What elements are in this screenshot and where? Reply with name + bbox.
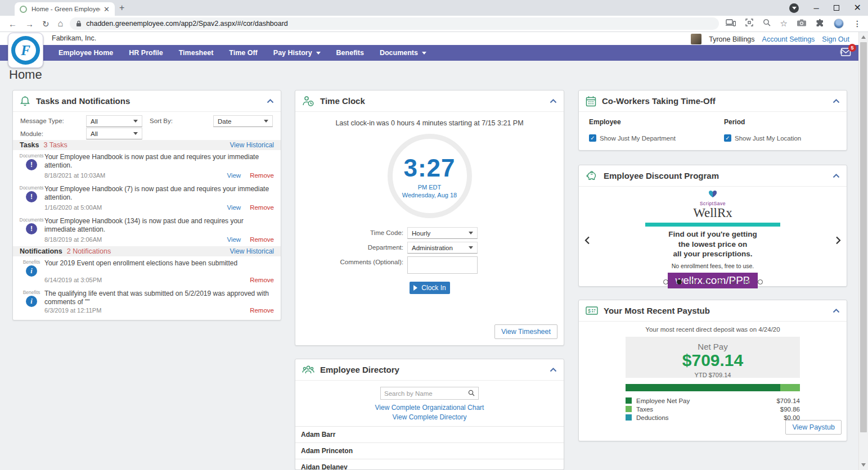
reload-icon[interactable]: ↻: [42, 20, 50, 28]
carousel-dot-active[interactable]: [677, 279, 682, 284]
nav-time-off[interactable]: Time Off: [221, 45, 265, 61]
time-code-dropdown[interactable]: Hourly: [407, 227, 478, 239]
carousel-dot[interactable]: [744, 279, 749, 284]
org-chart-link[interactable]: View Complete Organizational Chart: [295, 404, 564, 412]
view-link[interactable]: View: [227, 236, 241, 243]
window-minimize-button[interactable]: ─: [813, 4, 818, 12]
view-historical-notifications-link[interactable]: View Historical: [230, 247, 274, 255]
collapse-chevron-icon[interactable]: [833, 174, 840, 178]
collapse-chevron-icon[interactable]: [550, 368, 557, 372]
scrollbar-thumb[interactable]: [860, 42, 867, 432]
collapse-chevron-icon[interactable]: [550, 99, 557, 103]
task-date: 8/18/2021 at 10:03AM: [44, 172, 227, 179]
nav-benefits[interactable]: Benefits: [329, 45, 372, 61]
view-link[interactable]: View: [227, 172, 241, 179]
message-type-dropdown[interactable]: All: [86, 115, 142, 127]
directory-row[interactable]: Aidan Delaney: [295, 459, 564, 470]
messages-button[interactable]: 5: [840, 48, 852, 58]
chevron-down-icon: [316, 52, 321, 55]
extensions-puzzle-icon[interactable]: [816, 19, 824, 29]
net-pay-amount: $709.14: [626, 352, 800, 369]
directory-row[interactable]: Adam Princeton: [295, 442, 564, 459]
nav-timesheet[interactable]: Timesheet: [171, 45, 222, 61]
view-historical-tasks-link[interactable]: View Historical: [230, 141, 274, 149]
search-input[interactable]: [384, 390, 468, 397]
browser-tab-bar: Home - Green Employee ✕ + ─ ✕: [0, 0, 868, 16]
remove-link[interactable]: Remove: [250, 204, 274, 211]
lock-icon[interactable]: [76, 20, 82, 27]
account-settings-link[interactable]: Account Settings: [762, 35, 815, 43]
carousel-dot[interactable]: [663, 279, 668, 284]
browser-menu-icon[interactable]: ⋮: [853, 19, 861, 28]
collapse-chevron-icon[interactable]: [833, 309, 840, 313]
comments-input[interactable]: [407, 256, 478, 274]
collapse-chevron-icon[interactable]: [833, 99, 840, 103]
remove-link[interactable]: Remove: [250, 236, 274, 243]
nav-documents[interactable]: Documents: [372, 45, 434, 61]
collapse-chevron-icon[interactable]: [267, 99, 274, 103]
carousel-dot[interactable]: [704, 279, 709, 284]
discount-program-panel: Employee Discount Program ScriptSave Wel…: [578, 165, 847, 287]
company-name: Fabrikam, Inc.: [52, 34, 96, 42]
remove-link[interactable]: Remove: [250, 307, 274, 314]
view-timesheet-button[interactable]: View Timesheet: [494, 324, 557, 339]
department-checkbox[interactable]: ✓: [589, 134, 596, 142]
search-icon[interactable]: [468, 388, 475, 399]
back-icon[interactable]: ←: [8, 20, 17, 28]
apps-grid-icon[interactable]: [745, 19, 753, 29]
carousel-dot[interactable]: [731, 279, 736, 284]
scroll-up-icon[interactable]: [859, 33, 868, 42]
remove-link[interactable]: Remove: [250, 172, 274, 179]
scroll-down-icon[interactable]: [859, 460, 868, 469]
carousel-prev-icon[interactable]: [584, 236, 590, 245]
tab-close-icon[interactable]: ✕: [104, 6, 110, 13]
carousel-next-icon[interactable]: [835, 236, 841, 245]
browser-tab[interactable]: Home - Green Employee ✕: [15, 2, 115, 16]
heart-icon: [579, 190, 847, 200]
remove-link[interactable]: Remove: [250, 277, 274, 283]
window-close-button[interactable]: ✕: [854, 3, 861, 12]
company-logo[interactable]: F: [8, 33, 43, 68]
carousel-dot[interactable]: [717, 279, 722, 284]
carousel-dot[interactable]: [690, 279, 695, 284]
module-dropdown[interactable]: All: [86, 128, 142, 139]
paystub-panel: $ Your Most Recent Paystub Your most rec…: [578, 300, 847, 441]
notification-message: The qualifying life event that was submi…: [44, 290, 274, 306]
nav-hr-profile[interactable]: HR Profile: [121, 45, 170, 61]
coworkers-timeoff-panel: Co-Workers Taking Time-Off Employee ✓ Sh…: [578, 90, 847, 151]
window-menu-icon[interactable]: [789, 3, 799, 13]
user-avatar[interactable]: [691, 34, 701, 44]
new-tab-button[interactable]: +: [119, 3, 124, 13]
home-icon[interactable]: ⌂: [58, 19, 64, 28]
window-restore-button[interactable]: [834, 5, 839, 11]
clock-in-button[interactable]: Clock In: [410, 282, 450, 294]
nav-employee-home[interactable]: Employee Home: [51, 45, 121, 61]
sort-by-dropdown[interactable]: Date: [213, 115, 273, 127]
location-checkbox[interactable]: ✓: [724, 134, 731, 142]
browser-profile-avatar[interactable]: [834, 19, 844, 29]
employee-column-label: Employee: [589, 118, 676, 126]
screenshot-camera-icon[interactable]: [797, 19, 806, 29]
view-link[interactable]: View: [227, 204, 241, 211]
department-dropdown[interactable]: Administration: [407, 242, 478, 254]
sign-out-link[interactable]: Sign Out: [822, 35, 849, 43]
url-field[interactable]: chadden.greenemployee.com/app2/Spav2.asp…: [70, 17, 718, 30]
panel-title: Co-Workers Taking Time-Off: [602, 96, 833, 106]
ad-headline-line: Find out if you're getting: [579, 229, 847, 239]
zoom-search-icon[interactable]: [763, 19, 771, 29]
page-scrollbar[interactable]: [858, 32, 868, 470]
devices-icon[interactable]: [726, 19, 736, 29]
carousel-dot[interactable]: [758, 279, 763, 284]
bookmark-star-icon[interactable]: ☆: [780, 19, 788, 29]
teal-divider: [645, 223, 780, 227]
ad-subline: No enrollment fees, free to use.: [579, 263, 847, 269]
legend-row: Employee Net Pay $709.14: [626, 396, 800, 405]
sort-by-label: Sort By:: [150, 118, 173, 124]
notification-item: Benefits i Your 2019 Event open enrollme…: [13, 256, 281, 287]
last-clockin-text: Last clock-in was 0 hours 4 minutes star…: [295, 119, 564, 127]
nav-pay-history[interactable]: Pay History: [266, 45, 329, 61]
forward-icon[interactable]: →: [25, 20, 34, 28]
view-paystub-button[interactable]: View Paystub: [785, 420, 842, 435]
directory-row[interactable]: Adam Barr: [295, 426, 564, 442]
complete-directory-link[interactable]: View Complete Directory: [295, 413, 564, 421]
